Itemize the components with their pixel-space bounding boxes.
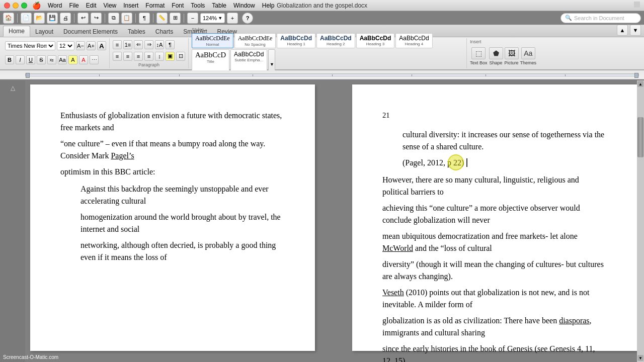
textbox-label: Text Box: [470, 60, 488, 65]
page1-text1: Enthusiasts of globalization envision a …: [60, 110, 285, 134]
menu-apple[interactable]: 🍎: [32, 2, 41, 10]
grid-btn[interactable]: ⊞: [170, 13, 181, 24]
resize-icon[interactable]: [634, 2, 640, 8]
font-size-decrease[interactable]: A−: [76, 41, 85, 50]
zoom-out-btn[interactable]: −: [187, 13, 198, 24]
save-btn[interactable]: 💾: [47, 13, 58, 24]
search-box[interactable]: 🔍 Search in Document: [560, 13, 641, 23]
borders-btn[interactable]: ⊡: [176, 52, 185, 61]
home-btn[interactable]: 🏠: [3, 13, 14, 24]
line-spacing-btn[interactable]: ↕: [155, 52, 164, 61]
shading-btn[interactable]: ▣: [166, 52, 175, 61]
ribbon-up-btn[interactable]: ▲: [617, 25, 628, 36]
bullet-list-btn[interactable]: ≡: [113, 40, 122, 49]
page-1[interactable]: Enthusiasts of globalization envision a …: [30, 84, 315, 351]
right-scrollbar[interactable]: ▲ ▼: [637, 80, 644, 362]
pagel-link: Pagel’s: [111, 151, 134, 160]
format-btn[interactable]: ¶: [139, 13, 150, 24]
redo-btn[interactable]: ↪: [91, 13, 102, 24]
maximize-button[interactable]: [21, 3, 27, 9]
zoom-in-btn[interactable]: +: [227, 13, 238, 24]
help-btn[interactable]: ?: [242, 13, 253, 24]
numbered-list-btn[interactable]: 1≡: [123, 40, 132, 49]
zoom-level[interactable]: 124% ▼: [200, 13, 225, 23]
text-color-btn[interactable]: A: [79, 55, 88, 64]
show-hide-btn[interactable]: ¶: [166, 40, 175, 49]
copy-btn[interactable]: ⧉: [108, 13, 119, 24]
menu-word[interactable]: Word: [48, 2, 62, 9]
tab-home[interactable]: Home: [3, 26, 30, 37]
textbox-btn[interactable]: ⬚ Text Box: [470, 47, 488, 65]
clear-format-btn[interactable]: Aa: [58, 55, 67, 64]
page-2[interactable]: 21 cultural diversity: it increases our …: [352, 84, 637, 351]
insert-group-label: Insert: [470, 39, 536, 44]
close-button[interactable]: [4, 3, 10, 9]
page1-indent-block: Against this backdrop the seemingly unst…: [80, 183, 285, 263]
minimize-button[interactable]: [13, 3, 19, 9]
page2-para4: diversity” (though it will mean the chan…: [382, 258, 607, 283]
page2-indent1: cultural diversity: it increases our sen…: [403, 129, 607, 153]
tab-document-elements[interactable]: Document Elements: [58, 27, 123, 37]
ruler-tick-3: [253, 74, 253, 76]
font-family-select[interactable]: Times New Roman: [5, 41, 55, 50]
zoom-dropdown-icon[interactable]: ▼: [218, 16, 222, 21]
shape-btn[interactable]: ⬟ Shape: [489, 47, 503, 65]
menu-edit[interactable]: Edit: [86, 2, 97, 9]
align-center-btn[interactable]: ≡: [123, 52, 132, 61]
menu-tools[interactable]: Tools: [191, 2, 205, 9]
menu-font[interactable]: Font: [172, 2, 184, 9]
font-color-btn[interactable]: A: [97, 41, 106, 50]
open-btn[interactable]: 📂: [34, 13, 45, 24]
bold-btn[interactable]: B: [5, 55, 14, 64]
indent-increase-btn[interactable]: ⇒: [144, 40, 153, 49]
scroll-down-btn[interactable]: ▼: [637, 355, 643, 361]
new-btn[interactable]: 📄: [21, 13, 32, 24]
align-right-btn[interactable]: ≡: [134, 52, 143, 61]
scroll-up-btn[interactable]: ▲: [637, 81, 643, 87]
strikethrough-btn[interactable]: S: [37, 55, 46, 64]
style-heading1[interactable]: AaBbCcDd Heading 1: [277, 33, 315, 48]
menu-view[interactable]: View: [103, 2, 116, 9]
menu-insert[interactable]: Insert: [123, 2, 138, 9]
style-heading4[interactable]: AaBbCcDd Heading 4: [395, 33, 432, 48]
subscript-btn[interactable]: x₂: [47, 55, 56, 64]
italic-btn[interactable]: I: [16, 55, 25, 64]
style-heading3[interactable]: AaBbCcDd Heading 3: [356, 33, 395, 48]
align-left-btn[interactable]: ≡: [113, 52, 122, 61]
ruler-right-indent[interactable]: [634, 73, 638, 78]
ruler-btn[interactable]: 📏: [156, 13, 168, 24]
undo-btn[interactable]: ↩: [77, 13, 89, 24]
indent-decrease-btn[interactable]: ⇐: [134, 40, 143, 49]
justify-btn[interactable]: ≡: [144, 52, 153, 61]
menu-window[interactable]: Window: [233, 2, 255, 9]
ruler-left-indent[interactable]: [26, 73, 30, 78]
style-h4-preview: AaBbCcDd: [399, 35, 429, 42]
menu-file[interactable]: File: [69, 2, 78, 9]
sidebar-arrow-up[interactable]: △: [11, 84, 15, 92]
scrollbar-thumb[interactable]: [637, 117, 643, 157]
left-sidebar: △: [0, 80, 25, 362]
themes-btn[interactable]: Aa Themes: [520, 47, 537, 65]
tab-charts[interactable]: Charts: [150, 27, 178, 37]
underline-btn[interactable]: U: [26, 55, 35, 64]
print-btn[interactable]: 🖨: [60, 13, 71, 24]
menu-table[interactable]: Table: [212, 2, 226, 9]
ruler-tick-6: [486, 74, 486, 76]
menu-format[interactable]: Format: [145, 2, 165, 9]
style-normal[interactable]: AaBbCcDdEe Normal: [192, 33, 233, 48]
highlight-btn[interactable]: A: [68, 55, 77, 64]
tab-layout[interactable]: Layout: [30, 27, 58, 37]
paste-btn[interactable]: 📋: [121, 13, 132, 24]
style-heading2[interactable]: AaBbCcDd Heading 2: [316, 33, 355, 48]
traffic-lights: [4, 3, 27, 9]
font-size-select[interactable]: 12: [57, 41, 74, 50]
tab-tables[interactable]: Tables: [123, 27, 150, 37]
picture-btn[interactable]: 🖼 Picture: [505, 47, 519, 65]
ribbon-down-btn[interactable]: ▼: [630, 25, 641, 36]
more-btn[interactable]: ⋯: [90, 55, 99, 64]
menu-help[interactable]: Help: [262, 2, 275, 9]
sort-btn[interactable]: ↕A: [155, 40, 164, 49]
font-size-increase[interactable]: A+: [87, 41, 96, 50]
mcworld-link: McWorld: [382, 244, 413, 252]
style-no-spacing[interactable]: AaBbCcDdEe No Spacing: [234, 33, 276, 48]
